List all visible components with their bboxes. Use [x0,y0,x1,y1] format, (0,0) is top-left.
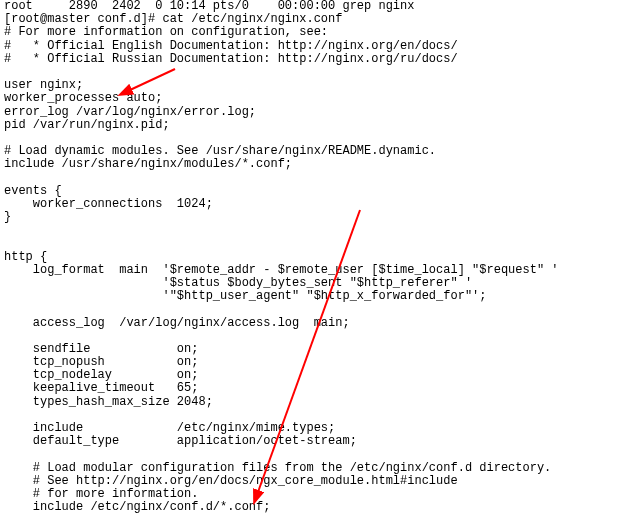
terminal-text: root 2890 2402 0 10:14 pts/0 00:00:00 gr… [4,0,637,519]
terminal-output: root 2890 2402 0 10:14 pts/0 00:00:00 gr… [0,0,637,519]
